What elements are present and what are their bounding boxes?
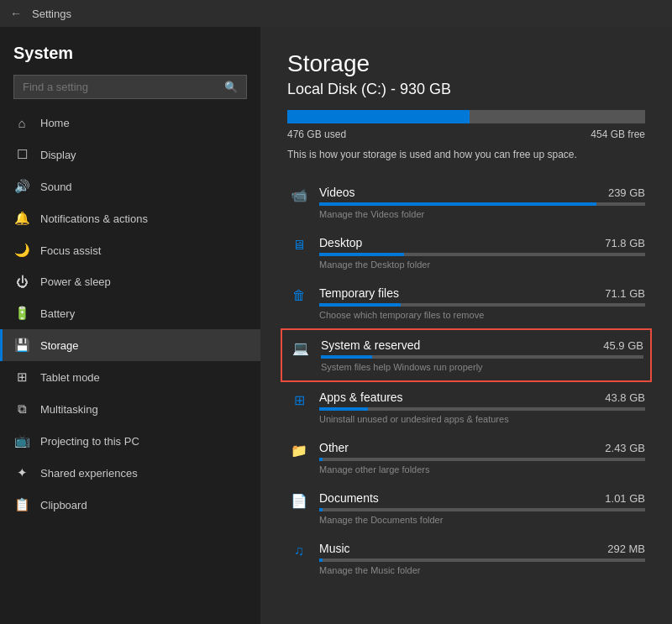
sidebar-item-sound[interactable]: 🔊 Sound (0, 170, 260, 202)
disk-title: Local Disk (C:) - 930 GB (287, 81, 645, 98)
item-details-system: System & reserved 45.9 GB System files h… (321, 338, 643, 372)
item-bar-fill-music (319, 558, 323, 562)
sidebar-item-notifications[interactable]: 🔔 Notifications & actions (0, 202, 260, 234)
title-bar: ← Settings (0, 0, 672, 27)
item-icon-system: 💻 (289, 340, 312, 356)
nav-label-clipboard: Clipboard (40, 499, 87, 511)
nav-label-multitasking: Multitasking (40, 403, 98, 416)
nav-label-shared: Shared experiences (40, 467, 138, 480)
sidebar: System 🔍 ⌂ Home ☐ Display 🔊 Sound 🔔 Noti… (0, 27, 260, 624)
nav-icon-power: ⏻ (13, 275, 30, 289)
nav-label-home: Home (40, 117, 70, 129)
nav-icon-shared: ✦ (13, 465, 30, 480)
nav-icon-storage: 💾 (13, 338, 30, 353)
item-name-apps: Apps & features (319, 391, 403, 404)
sidebar-header: System 🔍 (0, 27, 260, 107)
item-bar-fill-other (319, 458, 323, 461)
storage-item-desktop[interactable]: 🖥 Desktop 71.8 GB Manage the Desktop fol… (287, 228, 645, 278)
sidebar-item-storage[interactable]: 💾 Storage (0, 329, 260, 361)
sidebar-item-home[interactable]: ⌂ Home (0, 107, 260, 139)
nav-label-power: Power & sleep (40, 275, 111, 288)
item-name-videos: Videos (319, 186, 355, 199)
item-desc-music: Manage the Music folder (319, 565, 645, 575)
item-desc-documents: Manage the Documents folder (319, 515, 645, 525)
item-details-videos: Videos 239 GB Manage the Videos folder (319, 186, 645, 219)
item-size-system: 45.9 GB (603, 339, 643, 352)
storage-item-apps[interactable]: ⊞ Apps & features 43.8 GB Uninstall unus… (287, 382, 645, 433)
item-name-desktop: Desktop (319, 236, 362, 249)
nav-label-tablet: Tablet mode (40, 371, 100, 384)
sidebar-system-label: System (13, 44, 247, 63)
sidebar-item-clipboard[interactable]: 📋 Clipboard (0, 489, 260, 521)
main-layout: System 🔍 ⌂ Home ☐ Display 🔊 Sound 🔔 Noti… (0, 27, 672, 624)
sidebar-item-battery[interactable]: 🔋 Battery (0, 297, 260, 329)
nav-icon-tablet: ⊞ (13, 370, 30, 385)
storage-item-videos[interactable]: 📹 Videos 239 GB Manage the Videos folder (287, 177, 645, 228)
item-desc-other: Manage other large folders (319, 464, 645, 475)
nav-label-display: Display (40, 149, 76, 161)
item-size-videos: 239 GB (608, 186, 645, 199)
sidebar-item-power[interactable]: ⏻ Power & sleep (0, 266, 260, 297)
nav-label-sound: Sound (40, 181, 72, 193)
item-desc-temp: Choose which temporary files to remove (319, 310, 645, 320)
nav-icon-notifications: 🔔 (13, 211, 30, 226)
sidebar-item-projecting[interactable]: 📺 Projecting to this PC (0, 425, 260, 457)
item-size-other: 2.43 GB (605, 442, 645, 454)
item-size-temp: 71.1 GB (605, 287, 645, 300)
item-details-other: Other 2.43 GB Manage other large folders (319, 441, 645, 475)
nav-icon-projecting: 📺 (13, 433, 30, 448)
storage-items-list: 📹 Videos 239 GB Manage the Videos folder… (287, 177, 645, 584)
item-bar-fill-system (321, 355, 372, 359)
item-bar-fill-temp (319, 303, 401, 307)
item-name-other: Other (319, 441, 349, 454)
item-desc-system: System files help Windows run properly (321, 362, 643, 372)
search-icon: 🔍 (224, 81, 238, 93)
storage-desc: This is how your storage is used and how… (287, 149, 645, 160)
item-bar-fill-videos (319, 202, 596, 206)
nav-label-focus: Focus assist (40, 244, 101, 257)
search-box[interactable]: 🔍 (13, 75, 247, 99)
content-panel: Storage Local Disk (C:) - 930 GB 476 GB … (260, 27, 672, 624)
sidebar-item-focus[interactable]: 🌙 Focus assist (0, 234, 260, 266)
item-details-music: Music 292 MB Manage the Music folder (319, 542, 645, 575)
used-label: 476 GB used (287, 128, 346, 140)
item-desc-videos: Manage the Videos folder (319, 209, 645, 219)
item-name-documents: Documents (319, 491, 379, 505)
sidebar-item-shared[interactable]: ✦ Shared experiences (0, 457, 260, 489)
nav-label-storage: Storage (40, 339, 79, 352)
nav-label-notifications: Notifications & actions (40, 212, 148, 225)
item-icon-videos: 📹 (287, 187, 311, 203)
item-desc-apps: Uninstall unused or undesired apps & fea… (319, 414, 645, 424)
storage-item-system[interactable]: 💻 System & reserved 45.9 GB System files… (281, 328, 652, 382)
nav-label-projecting: Projecting to this PC (40, 435, 139, 448)
sidebar-item-display[interactable]: ☐ Display (0, 139, 260, 170)
item-bar-fill-documents (319, 508, 323, 511)
back-button[interactable]: ← (10, 7, 22, 20)
search-input[interactable] (23, 81, 224, 93)
item-name-music: Music (319, 542, 350, 555)
item-details-documents: Documents 1.01 GB Manage the Documents f… (319, 491, 645, 525)
item-desc-desktop: Manage the Desktop folder (319, 260, 645, 270)
item-details-temp: Temporary files 71.1 GB Choose which tem… (319, 286, 645, 320)
sidebar-item-tablet[interactable]: ⊞ Tablet mode (0, 361, 260, 393)
item-name-temp: Temporary files (319, 286, 399, 300)
item-name-system: System & reserved (321, 338, 420, 352)
nav-icon-battery: 🔋 (13, 306, 30, 321)
item-details-desktop: Desktop 71.8 GB Manage the Desktop folde… (319, 236, 645, 270)
item-bar-fill-apps (319, 407, 368, 411)
item-icon-documents: 📄 (287, 493, 311, 509)
item-size-music: 292 MB (607, 543, 645, 555)
item-icon-temp: 🗑 (287, 288, 311, 303)
storage-item-other[interactable]: 📁 Other 2.43 GB Manage other large folde… (287, 433, 645, 483)
item-size-desktop: 71.8 GB (605, 237, 645, 249)
nav-icon-clipboard: 📋 (13, 497, 30, 512)
storage-item-music[interactable]: ♫ Music 292 MB Manage the Music folder (287, 533, 645, 584)
sidebar-item-multitasking[interactable]: ⧉ Multitasking (0, 393, 260, 425)
storage-item-temp[interactable]: 🗑 Temporary files 71.1 GB Choose which t… (287, 278, 645, 328)
item-bar-fill-desktop (319, 253, 404, 256)
storage-bar-container (287, 110, 645, 123)
storage-item-documents[interactable]: 📄 Documents 1.01 GB Manage the Documents… (287, 483, 645, 533)
item-icon-other: 📁 (287, 443, 311, 459)
nav-icon-home: ⌂ (13, 116, 30, 130)
nav-icon-display: ☐ (13, 147, 30, 162)
